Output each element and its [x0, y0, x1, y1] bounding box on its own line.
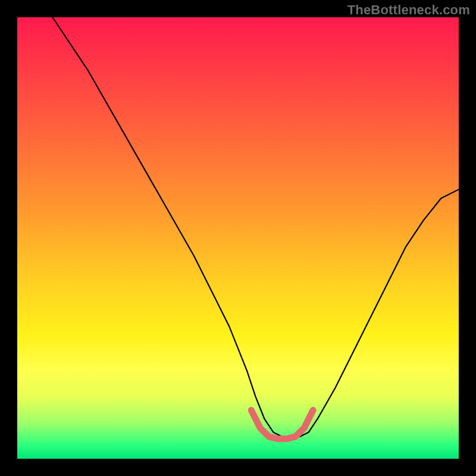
plot-area: [17, 17, 459, 459]
watermark-text: TheBottleneck.com: [347, 2, 470, 18]
chart-frame: TheBottleneck.com: [0, 0, 476, 476]
bottleneck-curve: [52, 17, 459, 437]
curve-svg: [17, 17, 459, 459]
